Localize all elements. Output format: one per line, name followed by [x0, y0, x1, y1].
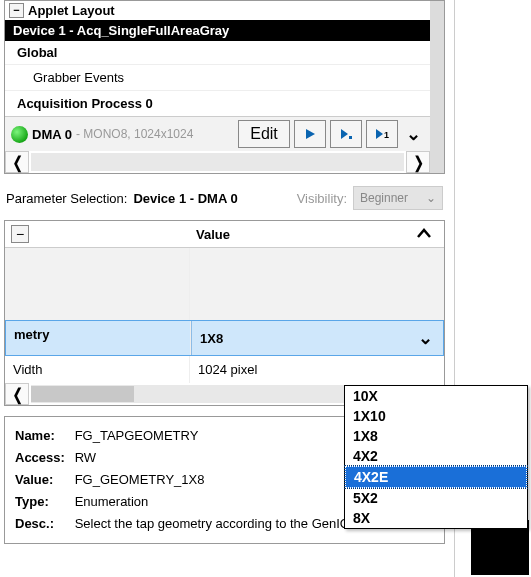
detail-type-value: Enumeration: [75, 494, 149, 509]
device-label: Device 1 - Acq_SingleFullAreaGray: [13, 23, 229, 38]
collapse-all-button[interactable]: −: [11, 225, 29, 243]
param-value: 1X8: [200, 331, 223, 346]
detail-type-label: Type:: [15, 491, 71, 513]
visibility-value: Beginner: [360, 191, 408, 205]
dropdown-option[interactable]: 4X2: [345, 446, 527, 466]
tree-node-global[interactable]: Global: [5, 41, 430, 65]
grid-row-width[interactable]: Vidth 1024 pixel: [5, 356, 444, 383]
record-button[interactable]: [330, 120, 362, 148]
scroll-thumb[interactable]: [31, 386, 134, 402]
acq-label: Acquisition Process 0: [17, 96, 153, 111]
grabber-label: Grabber Events: [33, 70, 124, 85]
svg-marker-1: [341, 129, 348, 139]
dropdown-option[interactable]: 8X: [345, 508, 527, 528]
play-one-button[interactable]: 1: [366, 120, 398, 148]
detail-access-value: RW: [75, 450, 96, 465]
visibility-label: Visibility:: [297, 191, 347, 206]
visibility-select[interactable]: Beginner ⌄: [353, 186, 443, 210]
dma-label: DMA 0: [32, 127, 72, 142]
param-name: Vidth: [5, 356, 190, 383]
tree-node-acq-process[interactable]: Acquisition Process 0: [5, 91, 430, 117]
edit-button[interactable]: Edit: [238, 120, 290, 148]
svg-text:1: 1: [384, 130, 389, 140]
dropdown-option[interactable]: 10X: [345, 386, 527, 406]
dma-format: - MONO8, 1024x1024: [76, 127, 193, 141]
dropdown-option[interactable]: 1X10: [345, 406, 527, 426]
grid-row-tapgeometry[interactable]: metry 1X8 ⌄: [5, 320, 444, 356]
param-name: metry: [6, 321, 191, 355]
chevron-up-icon: [415, 225, 433, 243]
detail-access-label: Access:: [15, 447, 71, 469]
tree-node-grabber-events[interactable]: Grabber Events: [5, 65, 430, 91]
chevron-down-icon[interactable]: ⌄: [402, 120, 424, 148]
column-header-value: Value: [190, 223, 404, 246]
play-one-icon: 1: [374, 127, 390, 141]
play-icon: [303, 127, 317, 141]
play-button[interactable]: [294, 120, 326, 148]
tree-node-dma0[interactable]: DMA 0 - MONO8, 1024x1024 Edit 1 ⌄: [5, 117, 430, 151]
scroll-left-icon[interactable]: ❬: [5, 383, 29, 405]
svg-marker-0: [306, 129, 315, 139]
record-icon: [339, 127, 353, 141]
grid-row-empty: [5, 248, 444, 320]
detail-value-label: Value:: [15, 469, 71, 491]
param-value: 1024 pixel: [190, 356, 444, 383]
detail-desc-label: Desc.:: [15, 513, 71, 535]
scroll-left-icon[interactable]: ❬: [5, 151, 29, 173]
chevron-down-icon: ⌄: [418, 327, 433, 349]
param-selection-label: Parameter Selection:: [6, 191, 127, 206]
scroll-up-button[interactable]: [404, 225, 444, 243]
svg-marker-3: [376, 129, 383, 139]
param-value-dropdown[interactable]: 1X8 ⌄: [191, 321, 443, 355]
svg-rect-2: [349, 136, 352, 139]
scroll-track[interactable]: [31, 153, 404, 171]
global-label: Global: [17, 45, 57, 60]
dropdown-option[interactable]: 4X2E: [345, 466, 527, 488]
tree-node-device[interactable]: Device 1 - Acq_SingleFullAreaGray: [5, 20, 430, 41]
tapgeometry-dropdown[interactable]: 10X1X101X84X24X2E5X28X: [344, 385, 528, 529]
tree-vscrollbar[interactable]: [430, 1, 444, 173]
status-active-icon: [11, 126, 28, 143]
collapse-icon[interactable]: −: [9, 3, 24, 18]
dropdown-option[interactable]: 1X8: [345, 426, 527, 446]
dropdown-option[interactable]: 5X2: [345, 488, 527, 508]
chevron-down-icon: ⌄: [426, 191, 436, 205]
param-selection-value: Device 1 - DMA 0: [133, 191, 237, 206]
grid-header: − Value: [5, 221, 444, 248]
detail-name-value: FG_TAPGEOMETRY: [75, 428, 199, 443]
scroll-right-icon[interactable]: ❭: [406, 151, 430, 173]
detail-value-value: FG_GEOMETRY_1X8: [75, 472, 205, 487]
tree-hscrollbar[interactable]: ❬ ❭: [5, 151, 430, 173]
tree-title: Applet Layout: [28, 3, 115, 18]
detail-name-label: Name:: [15, 425, 71, 447]
